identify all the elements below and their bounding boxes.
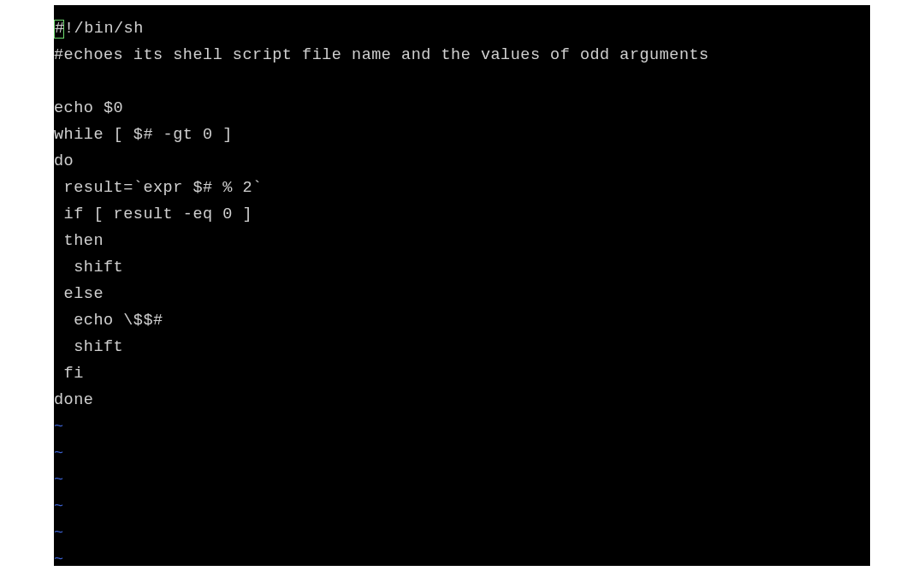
empty-line-tilde: ~	[54, 440, 870, 467]
code-line[interactable]: then	[54, 228, 870, 254]
empty-line-tilde: ~	[54, 520, 870, 546]
code-line[interactable]: shift	[54, 254, 870, 281]
editor-content[interactable]: #!/bin/sh#echoes its shell script file n…	[54, 15, 870, 566]
cursor: #	[54, 20, 64, 39]
empty-line-tilde: ~	[54, 467, 870, 493]
code-line[interactable]: #echoes its shell script file name and t…	[54, 42, 870, 68]
code-line[interactable]: while [ $# -gt 0 ]	[54, 122, 870, 148]
code-line[interactable]: shift	[54, 334, 870, 360]
code-line[interactable]: if [ result -eq 0 ]	[54, 201, 870, 228]
code-line[interactable]: #!/bin/sh	[54, 15, 870, 42]
code-line[interactable]: result=`expr $# % 2`	[54, 175, 870, 201]
code-text: !/bin/sh	[64, 15, 144, 42]
code-line[interactable]: done	[54, 387, 870, 413]
code-line[interactable]: echo $0	[54, 95, 870, 122]
code-line[interactable]	[54, 68, 870, 95]
empty-line-tilde: ~	[54, 546, 870, 566]
code-line[interactable]: do	[54, 148, 870, 175]
empty-line-tilde: ~	[54, 493, 870, 520]
code-line[interactable]: else	[54, 281, 870, 307]
code-line[interactable]: fi	[54, 360, 870, 387]
terminal-window[interactable]: #!/bin/sh#echoes its shell script file n…	[54, 5, 870, 566]
code-line[interactable]: echo \$$#	[54, 307, 870, 334]
empty-line-tilde: ~	[54, 413, 870, 440]
